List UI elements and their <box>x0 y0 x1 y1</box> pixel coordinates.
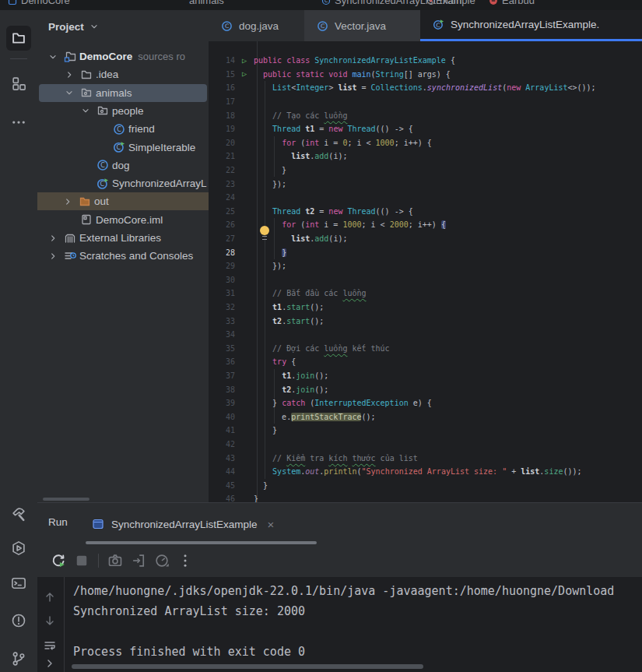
class-icon: C <box>111 123 128 135</box>
line-number: 46 <box>209 494 235 502</box>
rail-button-problems[interactable] <box>6 608 31 633</box>
chevron-open-icon[interactable] <box>44 51 61 62</box>
editor-tab-dog-java[interactable]: Cdog.java <box>209 10 304 41</box>
project-hscrollbar-thumb[interactable] <box>43 498 89 501</box>
tree-item--idea[interactable]: .idea <box>39 65 207 83</box>
soft-wrap-icon[interactable] <box>44 639 56 652</box>
tree-item-external-libraries[interactable]: External Libraries <box>39 229 207 247</box>
thread-dump-button[interactable] <box>103 550 127 572</box>
console-line: /home/huongne/.jdks/openjdk-22.0.1/bin/j… <box>73 581 614 601</box>
chevron-closed-icon[interactable] <box>61 69 78 80</box>
thread-dump-icon <box>107 553 123 568</box>
code-line-17: 17 <box>209 95 642 109</box>
tree-item-label: External Libraries <box>79 232 161 244</box>
tree-item-scratches-and-consoles[interactable]: Scratches and Consoles <box>39 247 207 265</box>
run-tab[interactable]: SynchronizedArrayListExample × <box>92 511 274 537</box>
console-hscrollbar-thumb[interactable] <box>72 664 423 669</box>
line-number: 29 <box>209 262 235 270</box>
svg-text:C: C <box>321 23 325 30</box>
rail-button-git-branch[interactable] <box>6 646 31 671</box>
chevron-closed-icon[interactable] <box>44 251 61 262</box>
tree-item-label: .idea <box>96 69 118 80</box>
console-text: /home/huongne/.jdks/openjdk-22.0.1/bin/j… <box>73 581 614 662</box>
tree-item-animals[interactable]: animals <box>39 84 207 102</box>
console-output[interactable]: /home/huongne/.jdks/openjdk-22.0.1/bin/j… <box>37 577 642 672</box>
header-item[interactable]: Earbud <box>489 0 535 6</box>
project-folder-icon <box>11 30 26 46</box>
code-line-16: 16 List<Integer> list = Collections.sync… <box>209 81 642 95</box>
profiler-button[interactable] <box>150 550 174 572</box>
header-item-label: DemoCore <box>21 0 70 6</box>
tree-item-friend[interactable]: Cfriend <box>39 120 207 138</box>
header-item-label: Earbud <box>502 0 535 6</box>
line-number: 43 <box>209 454 235 463</box>
editor-tab-synchronizedarraylistexample-[interactable]: CSynchronizedArrayListExample. <box>420 10 642 41</box>
rerun-button[interactable] <box>47 550 70 572</box>
more-options-button[interactable] <box>174 550 197 572</box>
tree-item-out[interactable]: out <box>37 192 209 210</box>
line-number: 28 <box>209 248 235 257</box>
rail-button-services[interactable] <box>6 536 31 561</box>
line-number: 23 <box>209 180 235 188</box>
chevron-closed-icon[interactable] <box>44 233 61 244</box>
line-number: 44 <box>209 467 235 476</box>
tree-item-democore[interactable]: DemoCoresources ro <box>39 47 207 65</box>
git-branch-icon <box>11 651 26 667</box>
folder-icon <box>78 69 95 81</box>
down-icon[interactable] <box>44 614 56 627</box>
chevron-closed-icon[interactable] <box>59 196 76 207</box>
header-item[interactable]: animals <box>189 0 224 6</box>
close-icon[interactable]: × <box>268 518 275 531</box>
rail-button-more-tool-windows[interactable] <box>6 110 31 135</box>
code-line-26: 26 for (int i = 1000; i < 2000; i++) { <box>209 218 642 232</box>
expand-icon[interactable] <box>44 657 56 670</box>
attach-debugger-icon <box>131 553 146 568</box>
stop-button[interactable] <box>70 550 93 572</box>
header-item[interactable]: main <box>426 0 461 6</box>
line-number: 32 <box>209 303 235 311</box>
code-line-40: 40 e.printStackTrace(); <box>209 410 642 424</box>
editor-tab-label: Vector.java <box>335 20 386 32</box>
line-number: 37 <box>209 371 235 380</box>
console-icon <box>92 518 104 530</box>
more-tool-windows-icon <box>11 114 26 130</box>
up-icon[interactable] <box>44 591 56 603</box>
code-editor[interactable]: 14▷public class SynchronizedArrayListExa… <box>209 41 642 502</box>
rail-button-terminal[interactable] <box>6 571 31 596</box>
tree-item-dog[interactable]: Cdog <box>39 157 207 174</box>
code-line-44: 44 System.out.println("Synchronized Arra… <box>209 465 642 479</box>
rail-button-structure[interactable] <box>6 71 31 96</box>
project-tool-window: Project DemoCoresources ro.ideaanimalspe… <box>37 10 209 502</box>
intention-lightbulb-icon[interactable] <box>260 226 269 235</box>
class-run-icon: C <box>433 19 444 30</box>
project-panel-header[interactable]: Project <box>37 10 209 43</box>
tree-item-simpleiterable[interactable]: CSimpleIterable <box>39 139 207 157</box>
editor-tab-vector-java[interactable]: CVector.java <box>304 10 420 41</box>
code-line-30: 30 <box>209 273 642 287</box>
rail-button-project-folder[interactable] <box>6 26 31 51</box>
package-icon <box>94 104 111 117</box>
chevron-down-icon[interactable] <box>89 21 100 32</box>
code-line-36: 36 try { <box>209 355 642 369</box>
run-line-icon[interactable]: ▷ <box>242 57 247 65</box>
code-line-32: 32 t1.start(); <box>209 301 642 315</box>
tree-item-democore-iml[interactable]: DemoCore.iml <box>39 211 207 229</box>
tree-item-synchronizedarraylistexample[interactable]: CSynchronizedArrayListExample <box>39 174 207 192</box>
run-line-icon[interactable]: ▷ <box>242 70 247 78</box>
header-item[interactable]: DemoCore <box>8 0 70 6</box>
class-run-icon: C <box>111 141 128 153</box>
chevron-open-icon[interactable] <box>77 105 94 116</box>
line-number: 26 <box>209 220 235 229</box>
tree-item-people[interactable]: people <box>39 102 207 120</box>
attach-debugger-button[interactable] <box>127 550 150 572</box>
editor-tab-bar: Cdog.javaCVector.javaCSynchronizedArrayL… <box>209 10 642 42</box>
rail-button-build[interactable] <box>6 502 31 527</box>
svg-text:C: C <box>100 162 105 169</box>
ide-window: DemoCoreanimalsCSynchronizedArrayListExa… <box>0 0 642 672</box>
run-tab-label: SynchronizedArrayListExample <box>111 519 258 530</box>
tool-window-rail <box>0 10 38 672</box>
svg-text:C: C <box>225 23 229 30</box>
chevron-open-icon[interactable] <box>61 87 78 98</box>
code-line-38: 38 t2.join(); <box>209 382 642 396</box>
line-number: 21 <box>209 152 235 160</box>
